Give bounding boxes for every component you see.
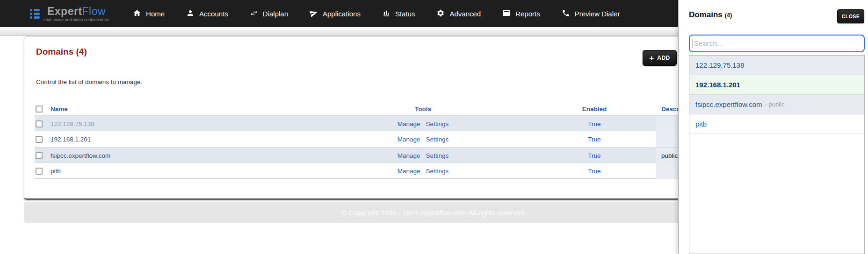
nav-item-accounts[interactable]: Accounts (186, 9, 228, 19)
nav-item-label: Advanced (449, 10, 481, 18)
manage-link[interactable]: Manage (398, 168, 420, 175)
domain-list-item[interactable]: 192.168.1.201 (689, 75, 864, 95)
settings-link[interactable]: Settings (426, 168, 449, 175)
nav-item-label: Applications (323, 10, 361, 18)
settings-link[interactable]: Settings (426, 136, 449, 143)
preview-dialer-icon (562, 9, 570, 19)
tools-cell: ManageSettings (350, 120, 496, 128)
row-checkbox[interactable] (36, 136, 43, 143)
accounts-icon (186, 9, 195, 19)
domain-list: 122.129.75.138192.168.1.201fsipcc.expert… (689, 55, 865, 254)
add-button[interactable]: + ADD (643, 50, 677, 66)
page-title: Domains (4) (36, 47, 87, 57)
nav-item-label: Status (395, 10, 415, 18)
settings-link[interactable]: Settings (426, 120, 449, 127)
nav-item-label: Accounts (199, 10, 228, 18)
domain-list-item[interactable]: pitb (689, 114, 864, 134)
manage-link[interactable]: Manage (398, 152, 420, 159)
nav-item-dialplan[interactable]: Dialplan (250, 9, 288, 19)
select-all-checkbox[interactable] (36, 106, 43, 113)
domain-name-link[interactable]: 122.129.75.138 (51, 120, 94, 127)
nav-item-label: Preview Dialer (575, 10, 620, 18)
domain-name-link[interactable]: fsipcc.expertflow.com (51, 152, 110, 159)
domain-name-link[interactable]: 192.168.1.201 (51, 136, 91, 143)
status-icon (382, 9, 391, 19)
reports-icon (502, 9, 511, 19)
tools-cell: ManageSettings (350, 167, 496, 175)
domain-name-cell: pitb (51, 167, 350, 175)
applications-icon (310, 9, 318, 19)
domain-selector-panel: Domains (4) CLOSE 122.129.75.138192.168.… (678, 0, 868, 254)
nav-item-home[interactable]: Home (133, 9, 165, 19)
row-checkbox[interactable] (36, 152, 43, 159)
column-header-tools: Tools (350, 106, 496, 113)
page-subtitle: Control the list of domains to manage. (36, 78, 142, 85)
domain-item-suffix: - public (765, 101, 785, 108)
enabled-cell: True (533, 136, 656, 143)
home-icon (133, 9, 141, 19)
tools-cell: ManageSettings (350, 135, 496, 143)
manage-link[interactable]: Manage (398, 120, 420, 127)
advanced-icon (436, 9, 445, 19)
domain-name-cell: 192.168.1.201 (51, 135, 350, 143)
manage-link[interactable]: Manage (398, 136, 420, 143)
brand-logo[interactable]: ExpertFlow chat, voice and video contact… (30, 6, 109, 22)
nav-item-label: Dialplan (263, 10, 288, 18)
row-checkbox[interactable] (36, 168, 43, 175)
copyright-text: © Copyright 2008 - 2024 expertflow.com A… (341, 209, 526, 217)
domain-name-link[interactable]: pitb (51, 168, 61, 175)
column-header-enabled[interactable]: Enabled (533, 106, 656, 113)
nav-item-preview-dialer[interactable]: Preview Dialer (562, 9, 620, 19)
nav-item-applications[interactable]: Applications (310, 9, 361, 19)
panel-title: Domains (4) (689, 10, 732, 20)
row-checkbox[interactable] (36, 120, 43, 127)
domain-item-label: pitb (695, 120, 707, 128)
tools-cell: ManageSettings (350, 151, 496, 160)
settings-link[interactable]: Settings (426, 152, 449, 159)
domain-item-label: fsipcc.expertflow.com (695, 100, 762, 108)
domain-list-item[interactable]: 122.129.75.138 (689, 56, 864, 75)
plus-icon: + (649, 54, 654, 62)
column-header-name[interactable]: Name (51, 106, 350, 113)
nav-item-label: Home (146, 10, 165, 18)
nav-item-advanced[interactable]: Advanced (436, 9, 481, 19)
nav-item-reports[interactable]: Reports (502, 9, 540, 19)
enabled-cell: True (533, 168, 656, 175)
domain-item-label: 122.129.75.138 (695, 61, 744, 69)
nav-item-label: Reports (515, 10, 540, 18)
close-button[interactable]: CLOSE (837, 9, 864, 23)
text-caret (693, 39, 693, 48)
domain-name-cell: fsipcc.expertflow.com (51, 151, 350, 160)
domain-name-cell: 122.129.75.138 (51, 120, 350, 128)
dialplan-icon (250, 9, 258, 19)
enabled-cell: True (533, 120, 656, 127)
brand-name: ExpertFlow (47, 6, 106, 17)
enabled-cell: True (533, 152, 656, 159)
nav-menu: HomeAccountsDialplanApplicationsStatusAd… (133, 9, 620, 19)
brand-dots-icon (30, 9, 40, 19)
domain-search-input[interactable] (689, 35, 865, 52)
domain-list-item[interactable]: fsipcc.expertflow.com- public (689, 95, 864, 114)
nav-item-status[interactable]: Status (382, 9, 415, 19)
brand-tagline: chat, voice and video contactcenter (43, 17, 109, 22)
domain-item-label: 192.168.1.201 (695, 81, 740, 89)
